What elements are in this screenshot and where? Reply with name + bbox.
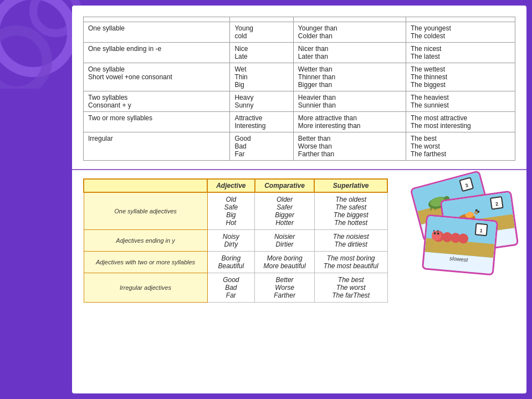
bottom-section: Adjective Comparative Superlative One sy… <box>72 173 526 328</box>
cell-adjective: Attractive Interesting <box>230 112 293 132</box>
cell-adjective: Old Safe Big Hot <box>207 192 255 230</box>
table-row: Two syllables Consonant + y Heavy Sunny … <box>84 91 515 112</box>
bottom-table-container: Adjective Comparative Superlative One sy… <box>83 178 388 303</box>
cell-comparative: Older Safer Bigger Hotter <box>255 192 315 230</box>
cell-comparative: Heavier than Sunnier than <box>293 91 406 112</box>
cell-superlative: The best The worst The farthest <box>406 132 515 161</box>
section-divider <box>72 169 526 170</box>
bottom-col-header-comparative: Comparative <box>255 179 315 192</box>
cell-category: Two or more syllables <box>84 112 230 132</box>
cell-category: One syllable ending in -e <box>84 43 230 63</box>
table-row: One syllable Young cold Younger than Col… <box>84 22 515 43</box>
cell-adjective: Noisy Dirty <box>207 230 255 252</box>
cell-superlative: The oldest The safest The biggest The ho… <box>314 192 387 230</box>
cell-category: Adjectives with two or more syllables <box>84 252 207 273</box>
table-row: Irregular adjectives Good Bad Far Better… <box>84 273 387 303</box>
cell-category: Irregular adjectives <box>84 273 207 303</box>
cell-superlative: The best The worst The farThest <box>314 273 387 303</box>
cell-superlative: The heaviest The sunniest <box>406 91 515 112</box>
cell-comparative: Younger than Colder than <box>293 22 406 43</box>
cell-adjective: Young cold <box>230 22 293 43</box>
cell-comparative: Wetter than Thinner than Bigger than <box>293 63 406 91</box>
table-row: Two or more syllables Attractive Interes… <box>84 112 515 132</box>
cell-comparative: More boring More beautiful <box>255 252 315 273</box>
cell-category: One syllable Short vowel +one consonant <box>84 63 230 91</box>
table-row: One syllable ending in -e Nice Late Nice… <box>84 43 515 63</box>
card-slowest: 1 slowest <box>422 214 498 276</box>
cell-superlative: The noisiest The dirtiest <box>314 230 387 252</box>
cell-category: One syllable adjectives <box>84 192 207 230</box>
cell-superlative: The wettest The thinnest The biggest <box>406 63 515 91</box>
bottom-col-header-empty <box>84 179 207 192</box>
cell-comparative: Better Worse Farther <box>255 273 315 303</box>
cell-category: Adjectives ending in y <box>84 230 207 252</box>
table-row: Irregular Good Bad Far Better than Worse… <box>84 132 515 161</box>
bottom-col-header-adjective: Adjective <box>207 179 255 192</box>
col-header-category <box>84 17 230 22</box>
cell-adjective: Nice Late <box>230 43 293 63</box>
cell-category: Irregular <box>84 132 230 161</box>
comparative-table-bottom: Adjective Comparative Superlative One sy… <box>83 178 388 303</box>
table-row: One syllable Short vowel +one consonant … <box>84 63 515 91</box>
cell-category: One syllable <box>84 22 230 43</box>
cell-comparative: Nicer than Later than <box>293 43 406 63</box>
cell-adjective: Boring Beautiful <box>207 252 255 273</box>
cell-superlative: The most boring The most beautiful <box>314 252 387 273</box>
cell-comparative: Better than Worse than Farther than <box>293 132 406 161</box>
table-row: Adjectives with two or more syllables Bo… <box>84 252 387 273</box>
table-row: One syllable adjectives Old Safe Big Hot… <box>84 192 387 230</box>
content-area: One syllable Young cold Younger than Col… <box>72 6 526 393</box>
cell-adjective: Good Bad Far <box>230 132 293 161</box>
cell-superlative: The youngest The coldest <box>406 22 515 43</box>
cell-adjective: Heavy Sunny <box>230 91 293 112</box>
cell-adjective: Wet Thin Big <box>230 63 293 91</box>
cell-superlative: The nicest The latest <box>406 43 515 63</box>
cell-adjective: Good Bad Far <box>207 273 255 303</box>
comparative-table-top: One syllable Young cold Younger than Col… <box>83 17 515 161</box>
top-table-section: One syllable Young cold Younger than Col… <box>72 6 526 166</box>
cell-superlative: The most attractive The most interesting <box>406 112 515 132</box>
table-row: Adjectives ending in y Noisy Dirty Noisi… <box>84 230 387 252</box>
col-header-comparative <box>293 17 406 22</box>
bottom-col-header-superlative: Superlative <box>314 179 387 192</box>
cell-category: Two syllables Consonant + y <box>84 91 230 112</box>
col-header-superlative <box>406 17 515 22</box>
svg-point-18 <box>458 233 469 244</box>
col-header-adjective <box>230 17 293 22</box>
cards-illustration: 3 slow <box>393 178 515 323</box>
cell-comparative: Noisier Dirtier <box>255 230 315 252</box>
cell-comparative: More attractive than More interesting th… <box>293 112 406 132</box>
